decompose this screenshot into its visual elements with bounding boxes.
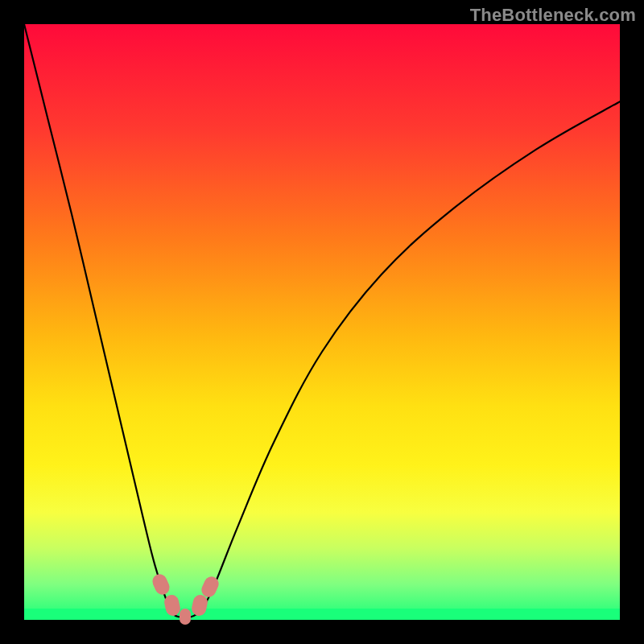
bottleneck-curve [24,24,620,617]
curve-layer [24,24,620,620]
plot-area [24,24,620,620]
dip-marker [180,609,191,625]
watermark-text: TheBottleneck.com [470,5,636,26]
chart-frame: TheBottleneck.com [0,0,644,644]
